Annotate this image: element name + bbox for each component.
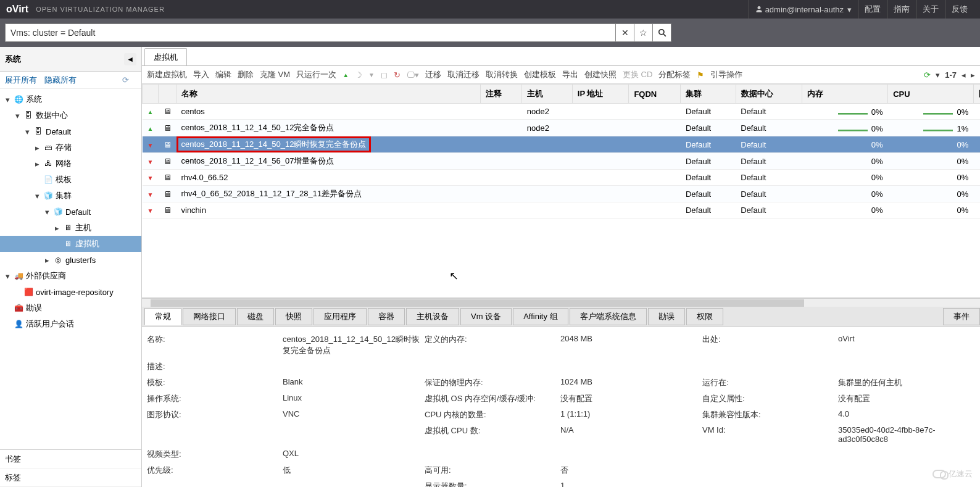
suspend-icon[interactable]: ☽: [355, 70, 362, 80]
tree-twisty-icon[interactable]: ▸: [43, 256, 51, 265]
tb-clone[interactable]: 克隆 VM: [260, 69, 290, 80]
tree-item[interactable]: ▾🗄数据中心: [0, 107, 141, 123]
tb-runonce[interactable]: 只运行一次: [296, 69, 336, 80]
col-header[interactable]: CPU: [888, 85, 974, 104]
detail-tab[interactable]: 主机设备: [406, 308, 459, 325]
tree-item[interactable]: ▾🧊集群: [0, 188, 141, 204]
console-icon[interactable]: 🖵▾: [407, 70, 419, 80]
tree-twisty-icon[interactable]: ▾: [43, 207, 51, 217]
col-header[interactable]: 网络: [973, 85, 980, 104]
tb-delete[interactable]: 删除: [238, 69, 254, 80]
tree-twisty-icon[interactable]: ▾: [33, 191, 41, 201]
status-icon: ▼: [143, 153, 159, 170]
col-header[interactable]: 注释: [481, 85, 522, 104]
tree-item[interactable]: 🧰勘误: [0, 300, 141, 316]
tb-edit[interactable]: 编辑: [215, 69, 231, 80]
user-menu[interactable]: admin@internal-authz ▾: [749, 0, 858, 19]
tree-item[interactable]: ▸🖥主机: [0, 220, 141, 236]
prev-page-button[interactable]: ◂: [961, 70, 966, 80]
tree-item[interactable]: ▸🖧网络: [0, 156, 141, 172]
table-row[interactable]: ▼ 🖥 rhv4.0_66.52 Default Default 0% 0% 0…: [143, 170, 981, 186]
top-link-about[interactable]: 关于: [916, 0, 945, 19]
top-link-config[interactable]: 配置: [858, 0, 887, 19]
tree-item[interactable]: ▾🗄Default: [0, 123, 141, 139]
detail-tab[interactable]: 常规: [144, 308, 181, 325]
content-tab-vms[interactable]: 虚拟机: [144, 48, 187, 65]
col-header[interactable]: IP 地址: [572, 85, 629, 104]
tree-item[interactable]: 📄模板: [0, 172, 141, 188]
horizontal-scrollbar[interactable]: [142, 298, 980, 307]
tree-twisty-icon[interactable]: ▸: [33, 159, 41, 169]
table-row[interactable]: ▼ 🖥 rhv4_0_66_52_2018_11_12_17_28_11差异备份…: [143, 186, 981, 202]
detail-tab[interactable]: 磁盘: [237, 308, 274, 325]
tree-item[interactable]: 👤活跃用户会话: [0, 316, 141, 332]
col-header[interactable]: 内存: [802, 85, 888, 104]
next-page-button[interactable]: ▸: [971, 70, 975, 80]
stop-icon[interactable]: ◻: [381, 70, 388, 80]
detail-tab[interactable]: Affinity 组: [513, 308, 568, 325]
tb-migrate[interactable]: 迁移: [425, 69, 441, 80]
collapse-all-link[interactable]: 隐藏所有: [44, 75, 77, 86]
table-row[interactable]: ▼ 🖥 centos_2018_11_12_14_50_12瞬时恢复完全备份点 …: [143, 136, 981, 153]
tree-item[interactable]: ▾🧊Default: [0, 204, 141, 220]
search-input[interactable]: [6, 24, 615, 41]
tree-item[interactable]: ▾🌐系统: [0, 91, 141, 107]
col-header[interactable]: [143, 85, 159, 104]
tb-change-cd[interactable]: 更换 CD: [623, 69, 652, 80]
tree-twisty-icon[interactable]: ▾: [14, 111, 21, 120]
table-row[interactable]: ▲ 🖥 centos_2018_11_12_14_50_12完全备份点 node…: [143, 120, 981, 136]
top-link-guide[interactable]: 指南: [887, 0, 916, 19]
detail-tab-events[interactable]: 事件: [943, 308, 980, 325]
tree-twisty-icon[interactable]: ▾: [4, 95, 11, 104]
reboot-icon[interactable]: ↻: [394, 70, 401, 80]
top-link-feedback[interactable]: 反馈: [945, 0, 974, 19]
tb-export[interactable]: 导出: [562, 69, 578, 80]
sidebar-collapse-button[interactable]: ◂: [124, 53, 136, 65]
table-row[interactable]: ▼ 🖥 centos_2018_11_12_14_56_07增量备份点 Defa…: [143, 153, 981, 170]
detail-tab[interactable]: 快照: [275, 308, 312, 325]
run-icon[interactable]: ▲: [343, 72, 349, 78]
tb-cancel-convert[interactable]: 取消转换: [486, 69, 518, 80]
refresh-interval-dropdown[interactable]: ▾: [936, 70, 940, 80]
detail-tab[interactable]: 网络接口: [183, 308, 236, 325]
detail-tab[interactable]: 客户端系统信息: [570, 308, 647, 325]
expand-all-link[interactable]: 展开所有: [5, 75, 37, 86]
clear-search-button[interactable]: ✕: [615, 24, 634, 41]
tb-import[interactable]: 导入: [193, 69, 209, 80]
tree-item[interactable]: ▸🗃存储: [0, 139, 141, 156]
detail-tab[interactable]: 勘误: [648, 308, 685, 325]
tb-cancel-migrate[interactable]: 取消迁移: [447, 69, 480, 80]
tree-twisty-icon[interactable]: ▸: [33, 143, 41, 152]
col-header[interactable]: FQDN: [629, 85, 681, 104]
tree-item[interactable]: ▾🚚外部供应商: [0, 268, 141, 284]
tree-twisty-icon[interactable]: ▾: [23, 127, 31, 136]
detail-tab[interactable]: 容器: [368, 308, 405, 325]
detail-tab[interactable]: 应用程序: [314, 308, 367, 325]
tb-snapshot[interactable]: 创建快照: [584, 69, 617, 80]
search-button[interactable]: [652, 24, 671, 41]
col-header[interactable]: [159, 85, 176, 104]
tb-tags[interactable]: 分配标签: [658, 69, 691, 80]
sidebar-tags[interactable]: 标签: [0, 468, 141, 487]
tb-guide[interactable]: 引导操作: [710, 69, 742, 80]
tree-item[interactable]: 🖥虚拟机: [0, 236, 141, 252]
col-header[interactable]: 集群: [681, 85, 736, 104]
tree-twisty-icon[interactable]: ▸: [53, 223, 60, 233]
tb-new-vm[interactable]: 新建虚拟机: [147, 69, 187, 80]
tree-item[interactable]: ▸◎glusterfs: [0, 252, 141, 268]
table-row[interactable]: ▼ 🖥 vinchin Default Default 0% 0% 0% Non…: [143, 202, 981, 219]
tree-twisty-icon[interactable]: ▾: [4, 272, 11, 281]
table-row[interactable]: ▲ 🖥 centos node2 Default Default 0% 0% 0…: [143, 104, 981, 120]
refresh-button[interactable]: ⟳: [924, 70, 931, 80]
bookmark-search-button[interactable]: ☆: [634, 24, 652, 41]
col-header[interactable]: 数据中心: [736, 85, 802, 104]
detail-tab[interactable]: Vm 设备: [460, 308, 512, 325]
sidebar-bookmarks[interactable]: 书签: [0, 450, 141, 468]
col-header[interactable]: 名称: [176, 85, 481, 104]
shutdown-icon[interactable]: ▼: [368, 72, 375, 78]
tree-item[interactable]: 🟥ovirt-image-repository: [0, 284, 141, 300]
detail-tab[interactable]: 权限: [686, 308, 723, 325]
refresh-tree-button[interactable]: ⟳: [122, 75, 129, 85]
col-header[interactable]: 主机: [522, 85, 572, 104]
tb-make-template[interactable]: 创建模板: [524, 69, 556, 80]
